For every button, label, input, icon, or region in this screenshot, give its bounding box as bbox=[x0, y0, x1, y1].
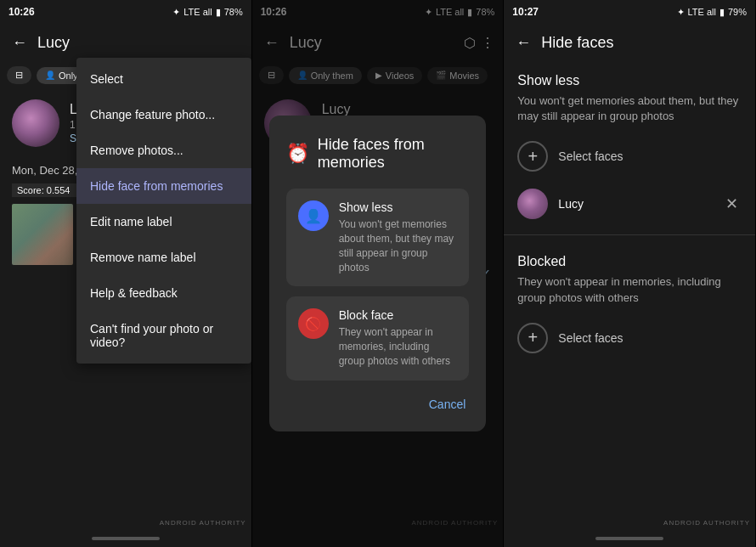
battery-percent: 78% bbox=[224, 7, 243, 17]
status-icons-1: ✦ LTE all ▮ 78% bbox=[172, 7, 242, 18]
show-less-option[interactable]: 👤 Show less You won't get memories about… bbox=[286, 189, 470, 286]
alarm-icon: ⏰ bbox=[286, 143, 309, 165]
block-face-option[interactable]: 🚫 Block face They won't appear in memori… bbox=[286, 296, 470, 380]
blocked-section-title: Blocked bbox=[504, 242, 755, 274]
avatar-1 bbox=[12, 99, 59, 147]
menu-item-select[interactable]: Select bbox=[76, 61, 251, 97]
nav-line-1 bbox=[92, 537, 160, 540]
blocked-section-desc: They won't appear in memories, including… bbox=[504, 274, 755, 313]
menu-item-remove-name[interactable]: Remove name label bbox=[76, 240, 251, 275]
filter-menu-icon: ⊟ bbox=[15, 70, 23, 81]
select-faces-row-blocked: + Select faces bbox=[504, 314, 755, 362]
select-faces-label-show-less[interactable]: Select faces bbox=[558, 149, 742, 163]
watermark-1: ANDROID AUTHORITY bbox=[160, 519, 246, 527]
avatar-image-1 bbox=[12, 99, 59, 147]
show-less-section-desc: You won't get memories about them, but t… bbox=[504, 93, 755, 133]
photo-thumbnail-1[interactable] bbox=[12, 204, 73, 265]
person-icon: 👤 bbox=[45, 70, 55, 80]
show-less-section-title: Show less bbox=[504, 61, 755, 93]
menu-item-remove-photos-label: Remove photos... bbox=[90, 144, 183, 157]
lucy-face-row: Lucy ✕ bbox=[504, 180, 755, 228]
section-divider bbox=[504, 234, 755, 235]
show-less-desc: You won't get memories about them, but t… bbox=[339, 217, 458, 274]
menu-item-hide-face-label: Hide face from memories bbox=[90, 179, 223, 193]
block-icon: 🚫 bbox=[305, 316, 322, 332]
menu-item-cant-find[interactable]: Can't find your photo or video? bbox=[76, 311, 251, 360]
select-faces-label-blocked[interactable]: Select faces bbox=[558, 331, 742, 345]
menu-item-edit-name[interactable]: Edit name label bbox=[76, 204, 251, 240]
bottom-nav-1 bbox=[0, 530, 251, 547]
status-time-3: 10:27 bbox=[512, 6, 539, 18]
show-less-icon: 👤 bbox=[298, 200, 329, 231]
top-bar-3: ← Hide faces bbox=[504, 24, 755, 61]
block-face-title: Block face bbox=[339, 308, 458, 322]
block-face-icon: 🚫 bbox=[298, 308, 329, 339]
context-menu: Select Change feature photo... Remove ph… bbox=[76, 58, 251, 364]
hide-faces-dialog: ⏰ Hide faces from memories 👤 Show less Y… bbox=[269, 116, 487, 431]
panel-context-menu: 10:26 ✦ LTE all ▮ 78% ← Lucy ⊟ 👤 Only th… bbox=[0, 0, 252, 547]
dialog-footer: Cancel bbox=[286, 391, 470, 418]
status-icons-3: ✦ LTE all ▮ 79% bbox=[677, 7, 747, 18]
battery-icon: ▮ bbox=[216, 7, 221, 18]
block-face-desc: They won't appear in memories, including… bbox=[339, 325, 458, 368]
remove-lucy-button[interactable]: ✕ bbox=[722, 191, 742, 217]
menu-item-help[interactable]: Help & feedback bbox=[76, 275, 251, 311]
page-title-3: Hide faces bbox=[541, 34, 747, 52]
lucy-name: Lucy bbox=[558, 197, 712, 211]
watermark-3: ANDROID AUTHORITY bbox=[663, 519, 750, 527]
show-less-title: Show less bbox=[339, 200, 458, 214]
signal-text-3: LTE all bbox=[688, 7, 716, 17]
menu-item-change-feature[interactable]: Change feature photo... bbox=[76, 97, 251, 133]
menu-item-hide-face[interactable]: Hide face from memories bbox=[76, 168, 251, 204]
status-time-1: 10:26 bbox=[8, 6, 35, 18]
status-bar-1: 10:26 ✦ LTE all ▮ 78% bbox=[0, 0, 251, 24]
status-bar-3: 10:27 ✦ LTE all ▮ 79% bbox=[504, 0, 755, 24]
back-button-1[interactable]: ← bbox=[8, 31, 31, 55]
bottom-nav-3 bbox=[504, 530, 755, 547]
wifi-icon: ✦ bbox=[172, 7, 180, 18]
filter-menu-button[interactable]: ⊟ bbox=[7, 66, 31, 84]
battery-percent-3: 79% bbox=[728, 7, 747, 17]
menu-item-change-feature-label: Change feature photo... bbox=[90, 108, 215, 121]
menu-item-edit-name-label: Edit name label bbox=[90, 215, 172, 228]
lucy-avatar bbox=[517, 189, 548, 219]
dialog-title-text: Hide faces from memories bbox=[318, 136, 470, 172]
battery-icon-3: ▮ bbox=[719, 7, 725, 18]
spacer-3 bbox=[504, 362, 755, 530]
page-title-1: Lucy bbox=[37, 34, 243, 52]
menu-item-select-label: Select bbox=[90, 72, 123, 86]
plus-icon-show-less: + bbox=[528, 147, 539, 166]
panel-dialog: 10:26 ✦ LTE all ▮ 78% ← Lucy ⬡ ⋮ ⊟ 👤 Onl… bbox=[252, 0, 505, 547]
menu-item-help-label: Help & feedback bbox=[90, 286, 178, 300]
person-silhouette-icon: 👤 bbox=[305, 208, 322, 224]
nav-line-3 bbox=[595, 537, 663, 540]
panel-hide-faces: 10:27 ✦ LTE all ▮ 79% ← Hide faces Show … bbox=[504, 0, 756, 547]
select-faces-row-show-less: + Select faces bbox=[504, 133, 755, 180]
signal-text: LTE all bbox=[183, 7, 212, 17]
wifi-icon-3: ✦ bbox=[677, 7, 685, 18]
add-face-button-blocked[interactable]: + bbox=[517, 323, 548, 353]
plus-icon-blocked: + bbox=[528, 328, 539, 347]
dialog-title: ⏰ Hide faces from memories bbox=[286, 136, 470, 172]
menu-item-remove-photos[interactable]: Remove photos... bbox=[76, 133, 251, 168]
menu-item-cant-find-label: Can't find your photo or video? bbox=[90, 322, 238, 349]
block-face-text: Block face They won't appear in memories… bbox=[339, 308, 458, 368]
add-face-button-show-less[interactable]: + bbox=[517, 141, 548, 172]
dialog-overlay: ⏰ Hide faces from memories 👤 Show less Y… bbox=[252, 0, 504, 547]
menu-item-remove-name-label: Remove name label bbox=[90, 251, 196, 264]
cancel-button[interactable]: Cancel bbox=[426, 391, 470, 418]
back-button-3[interactable]: ← bbox=[512, 31, 534, 55]
show-less-text: Show less You won't get memories about t… bbox=[339, 200, 458, 274]
top-bar-1: ← Lucy bbox=[0, 24, 251, 61]
